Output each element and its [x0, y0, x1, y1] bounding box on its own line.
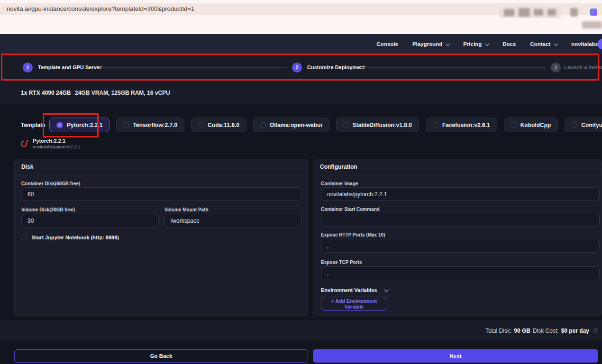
gpu-name: 1x RTX 4090 24GB [21, 90, 71, 96]
configuration-panel: Configuration Container Image Container … [313, 159, 602, 316]
nav-docs[interactable]: Docs [502, 41, 516, 47]
environment-variables-row[interactable]: Environment Variables [321, 287, 387, 293]
chevron-down-icon [384, 287, 389, 292]
template-chip-stablediffusion[interactable]: StableDiffusion:v1.8.0 [336, 118, 419, 132]
chevron-down-icon [485, 41, 490, 46]
container-disk-input[interactable] [21, 187, 302, 201]
start-command-label: Container Start Command [321, 207, 380, 212]
template-chip-tensorflow[interactable]: Tensorflow:2.7.0 [116, 118, 184, 132]
configuration-panel-title: Configuration [313, 159, 602, 175]
jupyter-row: Start Jupyter Notebook (http: 8888) [21, 234, 119, 240]
http-ports-input[interactable] [321, 239, 600, 253]
tcp-ports-input[interactable] [321, 266, 600, 280]
extension-icon[interactable] [547, 9, 556, 16]
url-bar[interactable]: novita.ai/gpu-instance/console/explore?t… [0, 3, 602, 15]
http-ports-label: Expose HTTP Ports (Max 10) [321, 232, 385, 237]
step-3-label: Launch a instance [564, 64, 602, 70]
chevron-down-icon [446, 41, 450, 46]
gpu-specs: 24GB VRAM, 125GB RAM, 16 vCPU [75, 90, 170, 96]
jupyter-checkbox[interactable] [21, 234, 27, 240]
add-environment-variable-button[interactable]: + Add Environment Variable [321, 297, 387, 311]
nav-console[interactable]: Console [377, 41, 398, 47]
nav-items: Console Playground Pricing Docs Contact … [377, 34, 598, 54]
selected-template-title: Pytorch:2.2.1 [33, 138, 80, 144]
disk-cost-label: Disk Cost: [533, 328, 559, 334]
info-icon: ⓘ [593, 328, 598, 335]
template-chip-cuda[interactable]: Cuda:11.8.0 [191, 118, 246, 132]
radio-icon [511, 122, 517, 128]
radio-icon [198, 122, 204, 128]
disk-summary-bar: Total Disk: 90 GB Disk Cost: $0 per day … [0, 320, 602, 341]
chevron-down-icon [554, 41, 558, 46]
step-connector [100, 67, 287, 68]
container-image-input[interactable] [321, 187, 600, 201]
pytorch-icon [21, 140, 28, 147]
volume-disk-input[interactable] [21, 214, 159, 228]
radio-icon [343, 122, 349, 128]
volume-disk-label: Volume Disk(30GB free) [21, 207, 75, 212]
container-image-label: Container Image [321, 181, 358, 186]
step-1-circle: 1 [23, 63, 33, 73]
total-disk-value: 90 GB [514, 328, 530, 334]
template-chip-ollama[interactable]: Ollama:open-webui [253, 118, 329, 132]
nav-pricing[interactable]: Pricing [463, 41, 488, 47]
disk-panel-title: Disk [15, 159, 308, 175]
radio-icon [260, 122, 266, 128]
step-connector [360, 67, 546, 68]
browser-app-icon[interactable] [590, 9, 597, 16]
nav-account[interactable]: novitalabs [571, 41, 598, 47]
mount-path-label: Volume Mount Path [164, 207, 209, 212]
step-2-label: Customize Deployment [307, 64, 365, 70]
nav-playground[interactable]: Playground [412, 41, 449, 47]
total-disk-label: Total Disk: [485, 328, 511, 334]
profile-icon[interactable] [570, 8, 578, 17]
check-icon: ✓ [56, 122, 63, 128]
template-chip-facefusion[interactable]: Facefusion:v2.6.1 [426, 118, 497, 132]
extension-icon[interactable] [519, 8, 530, 17]
disk-panel: Disk Container Disk(60GB free) Volume Di… [14, 159, 308, 316]
nav-contact[interactable]: Contact [530, 41, 557, 47]
step-1-label: Template and GPU Server [38, 64, 101, 70]
browser-chrome: novita.ai/gpu-instance/console/explore?t… [0, 0, 602, 34]
next-button[interactable]: Next [313, 349, 598, 363]
start-command-input[interactable] [321, 213, 600, 227]
mount-path-input[interactable] [164, 214, 302, 228]
tcp-ports-label: Expose TCP Ports [321, 260, 362, 265]
radio-icon [572, 122, 577, 128]
url-text[interactable]: novita.ai/gpu-instance/console/explore?t… [7, 3, 194, 15]
step-2-circle: 2 [292, 63, 302, 73]
template-chip-comfyui[interactable]: Comfyui:flux1-fp8 [565, 118, 602, 132]
disk-cost-value: $0 per day [561, 328, 589, 334]
template-label: Template [21, 122, 46, 128]
template-chips: ✓ Pytorch:2.2.1 Tensorflow:2.7.0 Cuda:11… [49, 118, 602, 132]
step-3-circle: 3 [551, 63, 561, 73]
template-chip-pytorch[interactable]: ✓ Pytorch:2.2.1 [49, 118, 109, 132]
go-back-button[interactable]: Go Back [14, 349, 308, 363]
environment-variables-label: Environment Variables [321, 287, 377, 293]
radio-icon [123, 122, 129, 128]
gpu-summary: 1x RTX 4090 24GB 24GB VRAM, 125GB RAM, 1… [0, 81, 602, 104]
template-chip-koboldcpp[interactable]: KoboldCpp [504, 118, 558, 132]
radio-icon [433, 122, 438, 128]
page: novita.ai/gpu-instance/console/explore?t… [0, 0, 602, 364]
selected-template-info: Pytorch:2.2.1 novitalabs/pytorch:2.2.1 [21, 138, 80, 150]
jupyter-label: Start Jupyter Notebook (http: 8888) [32, 235, 119, 240]
stepper: 1 Template and GPU Server 2 Customize De… [0, 54, 602, 81]
bookmark-item[interactable] [582, 21, 602, 28]
navbar: Console Playground Pricing Docs Contact … [0, 34, 602, 54]
extension-icon[interactable] [534, 9, 543, 16]
extension-icon[interactable] [504, 9, 514, 16]
container-disk-label: Container Disk(60GB free) [21, 181, 80, 186]
selected-template-image: novitalabs/pytorch:2.2.1 [33, 144, 80, 150]
